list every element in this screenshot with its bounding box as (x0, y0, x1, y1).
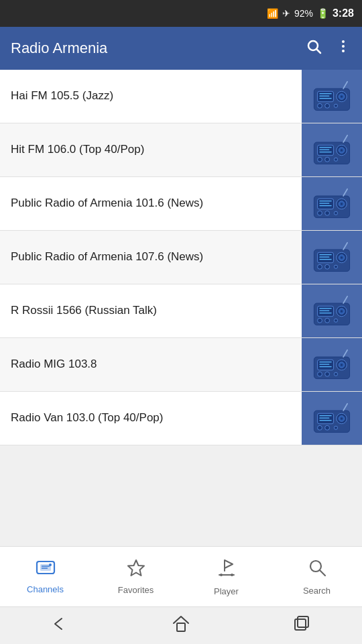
svg-point-97 (231, 574, 233, 576)
svg-point-40 (334, 211, 337, 215)
search-label: Search (303, 586, 330, 596)
svg-point-64 (334, 319, 337, 322)
radio-icon (312, 402, 352, 435)
svg-point-62 (325, 318, 330, 323)
svg-point-72 (341, 364, 343, 366)
station-name: Hit FM 106.0 (Top 40/Pop) (0, 123, 302, 176)
list-item[interactable]: Radio Van 103.0 (Top 40/Pop) (0, 392, 362, 445)
nav-item-favorites[interactable]: Favorites (90, 547, 181, 606)
radio-icon (312, 295, 352, 327)
station-name: Radio Van 103.0 (Top 40/Pop) (0, 392, 302, 445)
list-item[interactable]: R Rossii 1566 (Russian Talk) (0, 284, 362, 338)
list-item[interactable]: Public Radio of Armenia 101.6 (News) (0, 177, 362, 231)
nav-item-channels[interactable]: Channels (0, 547, 90, 606)
radio-icon (312, 241, 352, 274)
station-name: R Rossii 1566 (Russian Talk) (0, 284, 302, 337)
svg-point-2 (342, 40, 345, 43)
svg-rect-54 (318, 306, 334, 316)
svg-rect-102 (298, 616, 308, 627)
radio-icon (312, 80, 352, 113)
svg-line-15 (343, 81, 347, 88)
nav-item-search[interactable]: Search (272, 547, 362, 606)
svg-line-99 (320, 570, 325, 576)
list-item[interactable]: Radio MIG 103.8 (0, 338, 362, 392)
svg-point-38 (325, 211, 330, 215)
svg-point-73 (318, 372, 322, 376)
nav-item-player[interactable]: Player (181, 547, 272, 606)
favorites-icon (127, 559, 145, 581)
favorites-label: Favorites (118, 585, 154, 595)
home-button[interactable] (172, 614, 190, 637)
svg-point-60 (341, 310, 343, 312)
status-time: 3:28 (333, 7, 354, 19)
list-item[interactable]: Public Radio of Armenia 107.6 (News) (0, 231, 362, 284)
radio-icon (312, 188, 352, 220)
search-icon[interactable] (306, 38, 322, 58)
recents-button[interactable] (292, 615, 311, 637)
svg-point-24 (341, 149, 343, 151)
svg-point-26 (325, 157, 330, 162)
station-thumbnail (302, 392, 362, 445)
more-options-icon[interactable] (335, 38, 351, 58)
svg-point-93 (49, 564, 52, 566)
back-button[interactable] (51, 616, 70, 636)
svg-line-75 (343, 350, 347, 356)
svg-point-14 (325, 103, 330, 108)
svg-point-85 (318, 425, 322, 430)
svg-point-36 (341, 203, 343, 205)
battery-text: 92% (294, 8, 313, 19)
station-list: Hai FM 105.5 (Jazz) (0, 70, 362, 546)
svg-line-1 (317, 50, 321, 54)
station-thumbnail (302, 123, 362, 176)
app-bar-actions (306, 38, 351, 58)
status-bar: 📶 ✈ 92% 🔋 3:28 (0, 0, 362, 27)
svg-rect-78 (318, 413, 334, 423)
station-thumbnail (302, 177, 362, 230)
svg-rect-101 (295, 619, 306, 630)
svg-point-49 (318, 264, 322, 269)
player-label: Player (214, 586, 239, 596)
svg-point-16 (334, 104, 337, 107)
svg-point-4 (342, 50, 345, 52)
svg-point-88 (334, 426, 337, 429)
svg-point-52 (334, 265, 337, 268)
station-thumbnail (302, 70, 362, 123)
svg-point-84 (341, 417, 343, 419)
svg-point-25 (318, 157, 322, 162)
station-thumbnail (302, 231, 362, 284)
svg-point-61 (318, 318, 322, 323)
channels-label: Channels (27, 584, 64, 594)
android-nav (0, 606, 362, 644)
svg-point-96 (220, 574, 223, 576)
svg-point-3 (342, 45, 345, 48)
svg-marker-94 (128, 560, 144, 576)
svg-rect-42 (318, 252, 334, 262)
svg-point-28 (334, 158, 337, 161)
radio-icon (312, 134, 352, 166)
svg-rect-6 (318, 91, 334, 101)
station-name: Public Radio of Armenia 107.6 (News) (0, 231, 302, 284)
list-item[interactable]: Hai FM 105.5 (Jazz) (0, 70, 362, 123)
status-icons: 📶 ✈ 92% 🔋 3:28 (267, 7, 354, 19)
bottom-nav: Channels Favorites Player (0, 546, 362, 606)
player-icon (218, 557, 235, 582)
station-thumbnail (302, 284, 362, 337)
svg-point-50 (325, 264, 330, 269)
app-title: Radio Armenia (11, 40, 306, 57)
svg-line-63 (343, 296, 347, 303)
svg-point-86 (325, 425, 330, 430)
list-item[interactable]: Hit FM 106.0 (Top 40/Pop) (0, 123, 362, 177)
svg-rect-18 (318, 145, 334, 155)
app-bar: Radio Armenia (0, 27, 362, 70)
wifi-icon: 📶 (267, 8, 278, 19)
svg-point-12 (341, 95, 343, 97)
search-nav-icon (308, 558, 326, 582)
svg-line-39 (343, 189, 347, 195)
airplane-icon: ✈ (282, 8, 290, 19)
station-name: Radio MIG 103.8 (0, 338, 302, 391)
svg-line-27 (343, 135, 347, 142)
svg-point-48 (341, 256, 343, 258)
radio-icon (312, 349, 352, 381)
svg-point-74 (325, 372, 330, 376)
svg-rect-30 (318, 199, 334, 209)
